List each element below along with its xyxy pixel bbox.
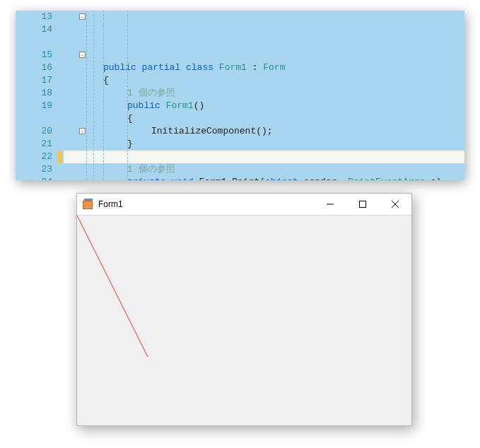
line-number: 22	[16, 151, 52, 163]
line-number-gutter: 13141516171819202122232425	[16, 11, 57, 180]
code-line: private void Form1_Paint(object sender, …	[93, 176, 464, 180]
fold-toggle-icon[interactable]: -	[79, 128, 86, 134]
line-number: 20	[16, 125, 52, 138]
code-line	[93, 151, 464, 163]
line-number: 15	[16, 49, 52, 61]
client-area	[77, 216, 411, 425]
line-number: 19	[16, 100, 52, 112]
line-number: 17	[16, 74, 52, 87]
code-line: {	[93, 74, 464, 87]
code-line: }	[93, 138, 464, 151]
code-line: {	[93, 112, 464, 125]
code-line: public partial class Form1 : Form	[93, 61, 464, 74]
svg-rect-1	[360, 201, 366, 208]
line-number: 21	[16, 138, 52, 151]
fold-toggle-icon[interactable]: -	[79, 13, 86, 20]
line-number: 23	[16, 163, 52, 176]
line-number	[16, 36, 52, 49]
line-number: 16	[16, 61, 52, 74]
code-line: InitializeComponent();	[93, 125, 464, 138]
titlebar[interactable]: Form1	[77, 194, 411, 216]
svg-line-4	[77, 216, 148, 357]
code-line: public Form1()	[93, 100, 464, 112]
line-number: 18	[16, 87, 52, 100]
code-area[interactable]: public partial class Form1 : Form{1 個の参照…	[93, 11, 464, 180]
code-line: 1 個の参照	[93, 163, 464, 176]
app-icon	[83, 199, 94, 210]
line-number	[16, 112, 52, 125]
fold-column: ---	[52, 11, 95, 180]
line-number: 24	[16, 176, 52, 180]
maximize-icon	[359, 201, 366, 208]
window-title: Form1	[98, 199, 314, 209]
drawn-line-canvas	[77, 216, 411, 425]
close-button[interactable]	[379, 194, 411, 216]
code-line: 1 個の参照	[93, 87, 464, 100]
close-icon	[392, 201, 399, 208]
form1-window: Form1	[76, 193, 412, 426]
minimize-button[interactable]	[314, 194, 346, 216]
code-editor-panel: 13141516171819202122232425 --- public pa…	[16, 11, 464, 180]
fold-toggle-icon[interactable]: -	[79, 52, 86, 58]
line-number: 13	[16, 11, 52, 23]
line-number: 14	[16, 23, 52, 36]
maximize-button[interactable]	[346, 194, 379, 216]
minimize-icon	[327, 201, 334, 208]
